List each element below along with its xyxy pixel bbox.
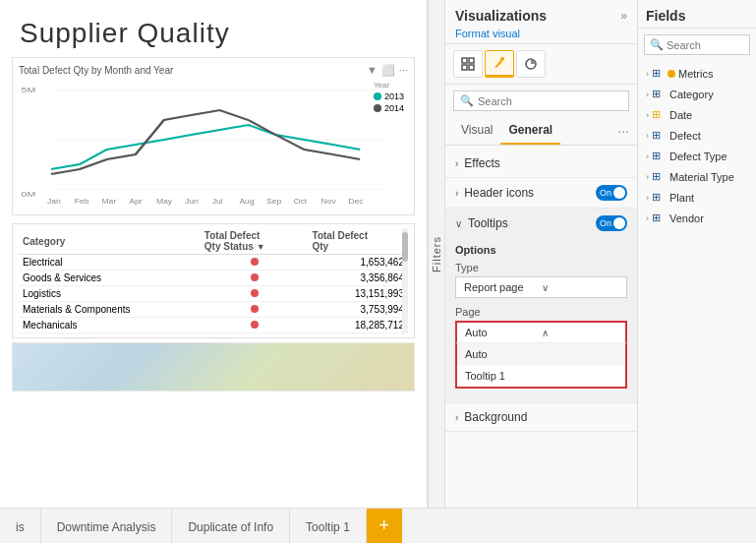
metrics-dot — [668, 70, 675, 78]
paint-brush-btn[interactable] — [485, 50, 514, 78]
header-icons-chevron: › — [455, 188, 458, 199]
field-item-category[interactable]: › ⊞ Category — [638, 84, 756, 104]
svg-text:Jan: Jan — [47, 198, 61, 206]
report-canvas: Supplier Quality Total Defect Qty by Mon… — [0, 0, 428, 508]
filter-icon[interactable]: ▼ — [367, 64, 378, 77]
grid-view-btn[interactable] — [453, 50, 483, 78]
legend-2014: 2014 — [384, 103, 404, 113]
tab-more[interactable]: ··· — [617, 117, 629, 145]
header-icons-toggle-label: On — [600, 188, 611, 198]
page-tab-3[interactable]: Tooltip 1 — [290, 509, 367, 543]
field-label: Material Type — [669, 171, 734, 183]
table-row: Goods & Services 3,356,864 — [19, 271, 408, 286]
cell-category: Materials & Components — [19, 302, 201, 318]
fields-search-box[interactable]: 🔍 — [644, 34, 750, 55]
svg-rect-18 — [469, 58, 474, 63]
svg-point-21 — [500, 57, 504, 61]
tooltips-toggle-label: On — [600, 218, 611, 228]
dropdown-option-tooltip1[interactable]: Tooltip 1 — [457, 365, 625, 387]
cell-qty: 13,151,993 — [309, 286, 408, 302]
add-page-button[interactable]: + — [367, 509, 402, 543]
type-select[interactable]: Report page ∨ — [455, 276, 627, 298]
field-item-defect[interactable]: › ⊞ Defect — [638, 125, 756, 146]
field-item-vendor[interactable]: › ⊞ Vendor — [638, 208, 756, 228]
svg-text:Sep: Sep — [266, 198, 281, 206]
viz-search-icon: 🔍 — [460, 94, 474, 107]
effects-accordion-header[interactable]: › Effects — [445, 150, 637, 177]
tab-general[interactable]: General — [500, 117, 560, 145]
expand-icon[interactable]: ⬜ — [381, 64, 395, 77]
tab-visual[interactable]: Visual — [453, 117, 500, 145]
svg-text:5M: 5M — [22, 86, 36, 94]
page-value: Auto — [465, 327, 542, 338]
fields-title: Fields — [646, 8, 748, 24]
background-accordion: › Background — [445, 403, 637, 432]
viz-search-box[interactable]: 🔍 — [453, 90, 629, 111]
field-chevron: › — [646, 151, 649, 161]
format-visual-link[interactable]: Format visual — [455, 28, 627, 39]
viz-search-input[interactable] — [478, 95, 622, 107]
field-item-material-type[interactable]: › ⊞ Material Type — [638, 166, 756, 187]
cell-category: Mechanicals — [19, 318, 201, 333]
cell-status — [201, 286, 309, 302]
field-chevron: › — [646, 131, 649, 141]
field-type-icon: ⊞ — [652, 170, 661, 183]
field-chevron: › — [646, 110, 649, 120]
viz-panel-title: Visualizations — [455, 8, 547, 24]
header-icons-accordion: › Header icons On — [445, 178, 637, 209]
page-tab-1[interactable]: Downtime Analysis — [41, 509, 173, 543]
page-select[interactable]: Auto ∧ — [455, 321, 627, 342]
table-row: Mechanicals 18,285,712 — [19, 318, 408, 333]
field-item-defect-type[interactable]: › ⊞ Defect Type — [638, 146, 756, 166]
cell-status — [201, 271, 309, 286]
svg-text:Aug: Aug — [239, 198, 254, 206]
field-item-metrics[interactable]: › ⊞ Metrics — [638, 63, 756, 84]
effects-chevron: › — [455, 158, 458, 169]
field-item-plant[interactable]: › ⊞ Plant — [638, 187, 756, 208]
header-icons-toggle[interactable]: On — [596, 185, 627, 201]
dropdown-option-auto[interactable]: Auto — [457, 343, 625, 365]
report-title: Supplier Quality — [0, 0, 427, 49]
chart-legend: Year 2013 2014 — [374, 81, 404, 115]
field-label: Category — [669, 89, 714, 100]
svg-text:May: May — [156, 198, 172, 206]
field-type-icon: ⊞ — [652, 150, 661, 162]
viz-expand-icon[interactable]: » — [620, 9, 627, 23]
svg-text:Nov: Nov — [321, 198, 336, 206]
tooltips-toggle[interactable]: On — [596, 215, 627, 231]
filters-tab[interactable]: Filters — [428, 0, 445, 508]
field-label: Defect Type — [669, 151, 727, 162]
field-type-icon: ⊞ — [652, 129, 661, 142]
analytics-btn[interactable] — [516, 50, 546, 78]
page-tab-2[interactable]: Duplicate of Info — [172, 509, 290, 543]
col-defect-qty: Total DefectQty — [309, 228, 408, 255]
field-chevron: › — [646, 213, 649, 223]
svg-text:0M: 0M — [22, 190, 36, 199]
tooltips-header[interactable]: ∨ Tooltips On — [445, 209, 637, 238]
type-value: Report page — [464, 281, 542, 293]
tooltips-accordion: ∨ Tooltips On Options Type Report page — [445, 209, 637, 403]
cell-category: Goods & Services — [19, 271, 201, 286]
cell-qty: 3,753,994 — [309, 302, 408, 318]
fields-search-icon: 🔍 — [650, 38, 664, 51]
map-widget — [12, 342, 415, 392]
page-label: Page — [455, 306, 627, 318]
svg-text:Mar: Mar — [101, 198, 116, 206]
cell-status — [201, 302, 309, 318]
effects-accordion: › Effects — [445, 150, 637, 178]
fields-list: › ⊞ Metrics › ⊞ Category › ⊞ Date › ⊞ De… — [638, 61, 756, 508]
page-tab-0[interactable]: is — [0, 509, 41, 543]
svg-text:Feb: Feb — [75, 198, 89, 206]
background-header[interactable]: › Background — [445, 403, 637, 431]
col-defect-status: Total DefectQty Status ▼ — [201, 228, 309, 255]
fields-search-input[interactable] — [667, 39, 744, 51]
table-row: Materials & Components 3,753,994 — [19, 302, 408, 318]
field-chevron: › — [646, 69, 649, 79]
field-chevron: › — [646, 172, 649, 182]
field-type-icon: ⊞ — [652, 191, 661, 204]
header-icons-header[interactable]: › Header icons On — [445, 178, 637, 208]
field-item-date[interactable]: › ⊞ Date — [638, 104, 756, 125]
cell-status — [201, 318, 309, 333]
filters-tab-label: Filters — [431, 236, 442, 272]
more-icon[interactable]: ··· — [399, 64, 408, 77]
